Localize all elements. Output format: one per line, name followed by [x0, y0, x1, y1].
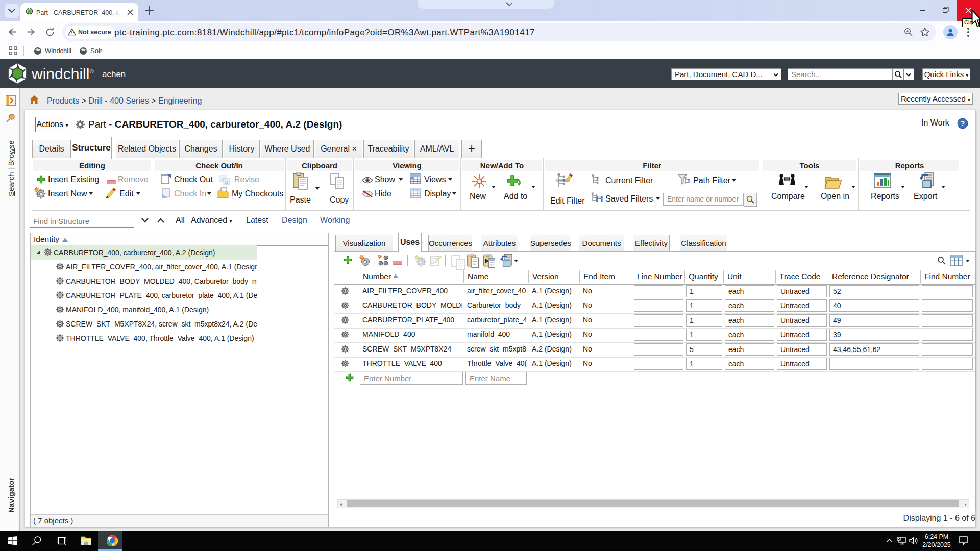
svg-text:B: B	[225, 180, 229, 185]
svg-text:?: ?	[961, 119, 965, 128]
